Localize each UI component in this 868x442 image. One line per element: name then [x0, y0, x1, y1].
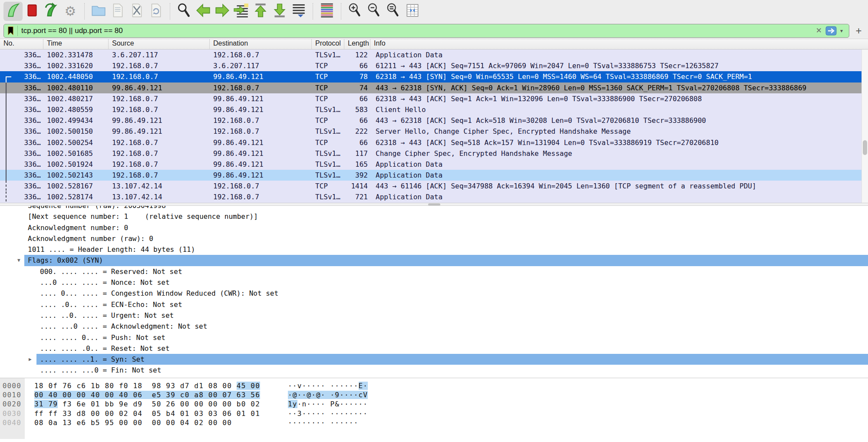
column-header-length[interactable]: Length: [344, 39, 370, 49]
packet-row[interactable]: 336…1002.501685192.168.0.799.86.49.121TL…: [0, 148, 868, 159]
packet-row[interactable]: 336…1002.49943499.86.49.121192.168.0.7TC…: [0, 115, 868, 126]
hex-bytes[interactable]: 31 79 f3 6e 01 bb 9e d9 50 26 00 00 00 0…: [34, 399, 277, 409]
restart-capture-button[interactable]: [42, 2, 61, 21]
hex-ascii-segment: ·n···· P&······: [297, 400, 368, 408]
packet-row[interactable]: 336…1002.501924192.168.0.799.86.49.121TL…: [0, 159, 868, 170]
find-packet-button[interactable]: [175, 2, 194, 21]
detail-line[interactable]: ▼Flags: 0x002 (SYN): [0, 255, 868, 266]
expander-closed-icon[interactable]: ▶: [29, 356, 32, 362]
filter-clear-icon[interactable]: ✕: [812, 26, 825, 35]
packet-source: 99.86.49.121: [109, 82, 210, 93]
hex-bytes[interactable]: 00 40 00 00 40 00 40 06 e5 39 c0 a8 00 0…: [34, 390, 277, 399]
save-file-button[interactable]: [108, 2, 127, 21]
detail-line[interactable]: .... .... ...0 = Fin: Not set: [0, 365, 868, 376]
packet-protocol: TCP: [312, 60, 344, 71]
packet-list-scrollbar[interactable]: [861, 49, 868, 203]
zoom-in-button[interactable]: [346, 2, 365, 21]
expander-open-icon[interactable]: ▼: [17, 257, 20, 263]
open-file-button[interactable]: [89, 2, 108, 21]
reload-file-icon: [148, 2, 164, 20]
filter-add-button[interactable]: +: [853, 25, 865, 37]
filter-apply-icon[interactable]: [825, 26, 837, 36]
go-to-bottom-button[interactable]: [270, 2, 289, 21]
detail-line[interactable]: [Next sequence number: 1 (relative seque…: [0, 211, 868, 222]
pane-splitter-top[interactable]: [0, 203, 868, 206]
reload-file-button[interactable]: [146, 2, 165, 21]
go-to-packet-button[interactable]: [232, 2, 251, 21]
filter-query-text[interactable]: tcp.port == 80 || udp.port == 80: [21, 26, 812, 35]
packet-row[interactable]: 336…1002.500254192.168.0.799.86.49.121TC…: [0, 137, 868, 148]
detail-line[interactable]: Acknowledgment number (raw): 0: [0, 233, 868, 244]
filter-bookmark-icon[interactable]: [7, 26, 18, 36]
packet-source: 13.107.42.14: [109, 181, 210, 191]
packet-list-scrollbar-thumb[interactable]: [863, 140, 867, 155]
detail-line[interactable]: 1011 .... = Header Length: 44 bytes (11): [0, 244, 868, 255]
display-filter-input[interactable]: tcp.port == 80 || udp.port == 80 ✕ ▾: [3, 24, 849, 38]
detail-line[interactable]: ▶.... .... ..1. = Syn: Set: [0, 354, 868, 365]
detail-line[interactable]: .... .... .0.. = Reset: Not set: [0, 343, 868, 354]
go-to-top-button[interactable]: [251, 2, 270, 21]
hex-ascii[interactable]: 1y·n···· P&······: [288, 399, 368, 409]
hex-ascii[interactable]: ··3····· ········: [288, 409, 368, 418]
capture-options-button[interactable]: ⚙: [61, 2, 80, 21]
column-header-time[interactable]: Time: [43, 39, 109, 49]
conversation-marker: [6, 181, 7, 191]
column-header-protocol[interactable]: Protocol: [312, 39, 344, 49]
auto-scroll-icon: [290, 2, 307, 20]
hex-bytes[interactable]: 18 0f 76 c6 1b 80 f0 18 98 93 d7 d1 08 0…: [34, 381, 277, 390]
hex-ascii-segment: ········ ······: [288, 419, 359, 427]
packet-row[interactable]: 336…1002.480217192.168.0.799.86.49.121TC…: [0, 93, 868, 104]
hex-bytes[interactable]: ff ff 33 d8 00 00 02 04 05 b4 01 03 03 0…: [34, 409, 277, 418]
detail-line-text: Sequence number (raw): 2005041998: [0, 206, 166, 211]
packet-source: 192.168.0.7: [109, 93, 210, 104]
detail-line[interactable]: 000. .... .... = Reserved: Not set: [0, 266, 868, 277]
detail-line[interactable]: .... .0.. .... = ECN-Echo: Not set: [0, 299, 868, 310]
packet-row[interactable]: 336…1002.48011099.86.49.121192.168.0.7TC…: [0, 82, 868, 93]
hex-ascii[interactable]: ·@··@·@· ·9····cV: [288, 390, 368, 399]
column-header-no[interactable]: No.: [0, 39, 43, 49]
detail-line[interactable]: Acknowledgment number: 0: [0, 222, 868, 233]
detail-line[interactable]: .... .... 0... = Push: Not set: [0, 332, 868, 343]
colorize-packets-button[interactable]: [317, 2, 337, 21]
filter-dropdown-icon[interactable]: ▾: [837, 28, 845, 34]
resize-columns-button[interactable]: [403, 2, 422, 21]
packet-source: 13.107.42.14: [109, 191, 210, 202]
packet-row[interactable]: 336…1002.448050192.168.0.799.86.49.121TC…: [0, 71, 868, 82]
zoom-out-button[interactable]: [365, 2, 384, 21]
hex-row[interactable]: 002031 79 f3 6e 01 bb 9e d9 50 26 00 00 …: [0, 399, 868, 409]
splitter-handle-icon[interactable]: [428, 203, 440, 205]
zoom-reset-button[interactable]: [384, 2, 403, 21]
column-header-info[interactable]: Info: [370, 39, 868, 49]
hex-row[interactable]: 0030ff ff 33 d8 00 00 02 04 05 b4 01 03 …: [0, 409, 868, 418]
auto-scroll-button[interactable]: [289, 2, 308, 21]
packet-row[interactable]: 336…1002.3314783.6.207.117192.168.0.7TLS…: [0, 49, 868, 60]
hex-ascii[interactable]: ········ ······: [288, 418, 359, 427]
go-back-button[interactable]: [194, 2, 213, 21]
hex-row[interactable]: 004008 0a 13 e6 b5 95 00 00 00 00 04 02 …: [0, 418, 868, 427]
detail-line[interactable]: ...0 .... .... = Nonce: Not set: [0, 277, 868, 288]
stop-capture-button[interactable]: [23, 2, 42, 21]
main-toolbar: ⚙: [0, 0, 868, 23]
packet-row[interactable]: 336…1002.480559192.168.0.799.86.49.121TL…: [0, 104, 868, 115]
start-capture-button[interactable]: [3, 2, 23, 21]
hex-bytes[interactable]: 08 0a 13 e6 b5 95 00 00 00 00 04 02 00 0…: [34, 418, 277, 427]
packet-row[interactable]: 336…1002.502143192.168.0.799.86.49.121TL…: [0, 170, 868, 181]
column-header-destination[interactable]: Destination: [210, 39, 312, 49]
close-file-button[interactable]: [127, 2, 146, 21]
detail-line[interactable]: .... ..0. .... = Urgent: Not set: [0, 310, 868, 321]
hex-ascii[interactable]: ··v····· ······E·: [288, 381, 368, 390]
zoom-in-icon: [347, 2, 363, 20]
detail-line[interactable]: .... 0... .... = Congestion Window Reduc…: [0, 288, 868, 299]
packet-row[interactable]: 336…1002.52816713.107.42.14192.168.0.7TC…: [0, 181, 868, 191]
detail-line[interactable]: .... ...0 .... = Acknowledgment: Not set: [0, 321, 868, 332]
hex-offset: 0010: [0, 390, 25, 399]
hex-row[interactable]: 001000 40 00 00 40 00 40 06 e5 39 c0 a8 …: [0, 390, 868, 399]
hex-row[interactable]: 000018 0f 76 c6 1b 80 f0 18 98 93 d7 d1 …: [0, 381, 868, 390]
packet-row[interactable]: 336…1002.50015099.86.49.121192.168.0.7TL…: [0, 126, 868, 137]
detail-line[interactable]: Sequence number (raw): 2005041998: [0, 206, 868, 211]
packet-row[interactable]: 336…1002.331620192.168.0.73.6.207.117TCP…: [0, 60, 868, 71]
column-header-source[interactable]: Source: [109, 39, 210, 49]
packet-row[interactable]: 336…1002.52817413.107.42.14192.168.0.7TL…: [0, 191, 868, 202]
packet-source: 192.168.0.7: [109, 137, 210, 148]
go-forward-button[interactable]: [213, 2, 232, 21]
